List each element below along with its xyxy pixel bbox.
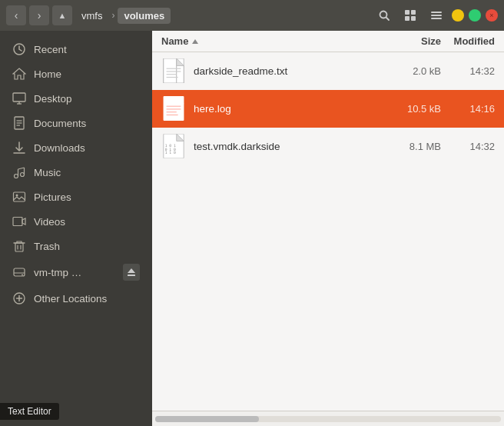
eject-icon bbox=[127, 268, 136, 277]
svg-rect-25 bbox=[14, 192, 25, 201]
breadcrumb-vmfs[interactable]: vmfs bbox=[75, 8, 108, 24]
sidebar-label-documents: Documents bbox=[34, 118, 86, 129]
file-name-log: here.log bbox=[194, 103, 380, 115]
svg-rect-2 bbox=[405, 10, 410, 15]
sidebar-item-desktop[interactable]: Desktop bbox=[0, 86, 152, 111]
svg-marker-40 bbox=[192, 39, 198, 44]
nav-back-button[interactable]: ‹ bbox=[6, 5, 26, 25]
toolbar-right: × bbox=[373, 5, 498, 26]
column-modified-header[interactable]: Modified bbox=[441, 35, 495, 47]
sidebar-label-desktop: Desktop bbox=[34, 93, 72, 105]
documents-icon bbox=[12, 116, 26, 130]
sidebar-item-videos[interactable]: Videos bbox=[0, 209, 152, 234]
svg-rect-4 bbox=[405, 16, 410, 21]
sidebar-label-vmtmp: vm-tmp … bbox=[34, 267, 81, 278]
svg-point-26 bbox=[16, 195, 18, 197]
file-row-vmdk[interactable]: 1 0 1 0 1 0 1 1 0 test.vmdk.darkside 8.1… bbox=[152, 128, 504, 165]
file-size-vmdk: 8.1 MB bbox=[380, 141, 441, 152]
sidebar-label-recent: Recent bbox=[34, 44, 67, 55]
file-icon-txt bbox=[161, 58, 186, 83]
breadcrumb-volumes[interactable]: volumes bbox=[118, 8, 171, 24]
minimize-button[interactable] bbox=[452, 9, 464, 22]
sidebar-item-downloads[interactable]: Downloads bbox=[0, 135, 152, 160]
svg-point-20 bbox=[15, 175, 18, 178]
videos-icon bbox=[12, 215, 26, 228]
svg-point-21 bbox=[21, 173, 25, 177]
column-size-header[interactable]: Size bbox=[380, 35, 441, 47]
svg-marker-28 bbox=[22, 218, 25, 225]
text-editor-label: Text Editor bbox=[8, 406, 51, 417]
sidebar-item-recent[interactable]: Recent bbox=[0, 37, 152, 62]
menu-button[interactable] bbox=[426, 5, 447, 26]
sidebar-label-downloads: Downloads bbox=[34, 142, 85, 154]
file-area: Name Size Modified bbox=[152, 31, 504, 426]
file-modified-log: 14:16 bbox=[441, 103, 495, 115]
drive-icon bbox=[12, 265, 26, 279]
file-row-txt[interactable]: darkside_readme.txt 2.0 kB 14:32 bbox=[152, 52, 504, 90]
sidebar-item-home[interactable]: Home bbox=[0, 62, 152, 86]
search-icon bbox=[378, 9, 390, 22]
home-icon bbox=[12, 67, 26, 81]
svg-marker-35 bbox=[128, 268, 135, 273]
svg-point-34 bbox=[22, 275, 23, 276]
close-button[interactable]: × bbox=[486, 9, 498, 22]
file-row-log[interactable]: here.log 10.5 kB 14:16 bbox=[152, 90, 504, 128]
view-toggle-button[interactable] bbox=[400, 5, 421, 26]
file-size-log: 10.5 kB bbox=[380, 103, 441, 115]
eject-button[interactable] bbox=[123, 264, 140, 281]
trash-icon bbox=[12, 239, 26, 253]
sidebar-item-pictures[interactable]: Pictures bbox=[0, 185, 152, 209]
svg-rect-3 bbox=[411, 10, 416, 15]
svg-rect-36 bbox=[128, 275, 135, 276]
desktop-icon bbox=[12, 92, 26, 105]
breadcrumb-separator: › bbox=[111, 10, 114, 21]
svg-rect-5 bbox=[411, 16, 416, 21]
sidebar-label-home: Home bbox=[34, 68, 61, 80]
svg-marker-10 bbox=[13, 68, 25, 79]
titlebar: ‹ › ▲ vmfs › volumes bbox=[0, 0, 504, 31]
hamburger-icon bbox=[430, 9, 443, 22]
sidebar-item-music[interactable]: Music bbox=[0, 160, 152, 185]
sidebar-item-trash[interactable]: Trash bbox=[0, 234, 152, 258]
svg-rect-29 bbox=[15, 243, 23, 251]
sort-asc-icon bbox=[191, 38, 199, 45]
file-modified-vmdk: 14:32 bbox=[441, 141, 495, 152]
text-editor-taskbar[interactable]: Text Editor bbox=[0, 403, 59, 420]
file-icon-log bbox=[161, 96, 186, 121]
nav-up-button[interactable]: ▲ bbox=[52, 5, 72, 25]
column-headers: Name Size Modified bbox=[152, 31, 504, 52]
breadcrumb: vmfs › volumes bbox=[75, 8, 370, 24]
main-area: Recent Home Desktop bbox=[0, 31, 504, 426]
svg-line-24 bbox=[18, 168, 25, 169]
sidebar-item-vmtmp[interactable]: vm-tmp … bbox=[0, 258, 152, 286]
downloads-icon bbox=[12, 141, 26, 155]
svg-rect-7 bbox=[431, 15, 442, 16]
sidebar-item-other-locations[interactable]: Other Locations bbox=[0, 286, 152, 311]
pictures-icon bbox=[12, 190, 26, 204]
column-name-header[interactable]: Name bbox=[161, 35, 380, 47]
search-button[interactable] bbox=[373, 5, 395, 26]
svg-line-1 bbox=[386, 18, 390, 21]
file-list: darkside_readme.txt 2.0 kB 14:32 bbox=[152, 52, 504, 411]
svg-rect-11 bbox=[13, 93, 25, 102]
grid-view-icon bbox=[404, 9, 416, 22]
svg-rect-27 bbox=[13, 218, 22, 226]
svg-rect-6 bbox=[431, 12, 442, 13]
recent-icon bbox=[12, 42, 26, 56]
svg-text:1 1 0: 1 1 0 bbox=[165, 151, 176, 155]
file-icon-vmdk: 1 0 1 0 1 0 1 1 0 bbox=[161, 134, 186, 158]
other-locations-icon bbox=[12, 291, 26, 305]
svg-rect-8 bbox=[431, 18, 442, 19]
nav-forward-button[interactable]: › bbox=[29, 5, 49, 25]
sidebar-item-documents[interactable]: Documents bbox=[0, 111, 152, 135]
maximize-button[interactable] bbox=[469, 9, 481, 22]
file-name-vmdk: test.vmdk.darkside bbox=[194, 141, 380, 152]
statusbar bbox=[152, 411, 504, 426]
sidebar-label-other-locations: Other Locations bbox=[34, 293, 107, 305]
sidebar-label-videos: Videos bbox=[34, 216, 65, 228]
file-size-txt: 2.0 kB bbox=[380, 65, 441, 77]
sidebar-label-trash: Trash bbox=[34, 241, 60, 252]
file-modified-txt: 14:32 bbox=[441, 65, 495, 77]
svg-rect-42 bbox=[164, 58, 177, 83]
sidebar-label-music: Music bbox=[34, 167, 61, 178]
